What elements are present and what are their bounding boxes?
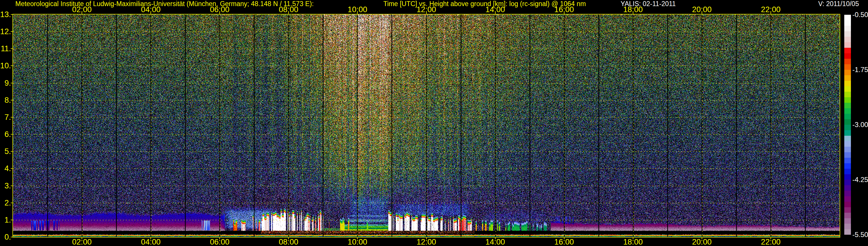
axis-tick [357,238,358,239]
plot-frame [12,14,840,238]
colorbar-step [844,202,851,207]
colorbar-step [844,92,851,97]
colorbar-step [844,125,851,130]
colorbar-step [844,108,851,114]
y-tick-label: 12. [0,28,11,36]
colorbar-step [844,213,851,218]
colorbar-step [844,147,851,152]
colorbar-step [844,207,851,213]
colorbar-step [844,59,851,64]
colorbar-step [844,158,851,163]
y-tick-label: 1. [0,216,11,224]
axis-tick [219,238,220,239]
axis-tick [702,238,702,239]
y-tick-label: 3. [0,182,11,190]
axis-tick [633,238,633,239]
colorbar-label: -3.00 [852,121,868,128]
colorbar-step [844,81,851,86]
colorbar-step [844,53,851,59]
colorbar-step [844,114,851,119]
y-tick-label: 10. [0,62,11,70]
axis-tick [151,238,151,239]
y-tick-label: 5. [0,147,11,155]
colorbar-label: -1.75 [852,66,868,73]
colorbar-step [844,174,851,180]
colorbar-step [844,103,851,108]
colorbar-step [844,64,851,70]
lidar-heatmap-canvas [13,14,840,237]
colorbar-label: -4.25 [852,176,868,183]
colorbar-step [844,191,851,196]
y-tick-label: 0. [0,233,11,241]
colorbar-label: -5.50 [852,231,868,239]
colorbar-step [844,169,851,174]
colorbar-step [844,26,851,31]
y-tick-label: 2. [0,199,11,207]
colorbar-step [844,163,851,169]
y-tick-label: 6. [0,130,11,139]
colorbar-step [844,196,851,202]
colorbar-step [844,180,851,185]
axis-tick [426,238,427,239]
colorbar-step [844,185,851,191]
colorbar-step [844,70,851,75]
colorbar-label: -0.50 [852,11,868,19]
colorbar-step [844,48,851,53]
y-tick-label: 13. [0,10,11,19]
colorbar-step [844,229,851,235]
y-tick-label: 11. [0,44,11,53]
page: { "header": { "institute": "Meteorologic… [0,0,868,246]
colorbar-step [844,136,851,141]
colorbar-step [844,97,851,103]
axis-tick [564,238,564,239]
colorbar-step [844,20,851,26]
colorbar-step [844,37,851,42]
y-tick-label: 4. [0,164,11,173]
y-tick-label: 8. [0,96,11,104]
axis-tick [82,238,82,239]
colorbar-step [844,42,851,48]
colorbar-step [844,119,851,125]
axis-tick [495,238,496,239]
colorbar-step [844,218,851,224]
y-tick-label: 9. [0,79,11,87]
version-label: V: 2011/10/05 [818,0,859,7]
y-tick-label: 7. [0,113,11,121]
colorbar-step [844,141,851,147]
colorbar [844,15,851,235]
institute-title: Meteorological Institute of Ludwig-Maxim… [16,0,314,7]
colorbar-step [844,86,851,92]
axis-tick [771,238,771,239]
colorbar-step [844,15,851,20]
axis-tick [288,238,289,239]
colorbar-step [844,75,851,81]
colorbar-step [844,152,851,158]
colorbar-step [844,31,851,37]
colorbar-step [844,224,851,229]
colorbar-step [844,130,851,136]
